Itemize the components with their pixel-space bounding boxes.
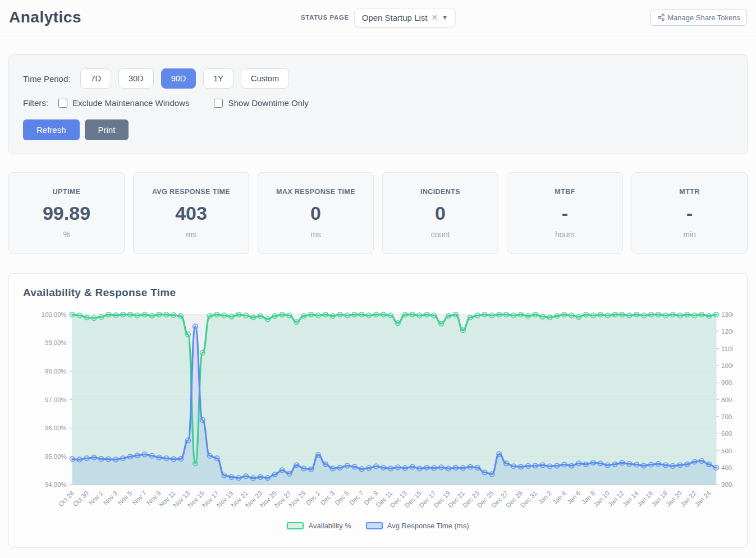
svg-text:100.00%: 100.00% [42,311,67,318]
stat-value: - [507,202,622,224]
svg-text:Dec 5: Dec 5 [333,490,350,506]
svg-text:Jan 12: Jan 12 [607,490,625,508]
stat-card-incidents: INCIDENTS 0 count [382,172,498,254]
stat-value: 0 [258,202,373,224]
status-page-group: STATUS PAGE Open Startup List ✕ ▼ [301,8,455,27]
chevron-down-icon: ▼ [442,14,448,21]
legend-label: Avg Response Time (ms) [387,522,469,530]
exclude-maintenance-checkbox-group: Exclude Maintenance Windows [58,98,189,108]
page-title: Analytics [9,8,81,26]
stat-unit: % [9,230,124,239]
stat-unit: hours [507,230,622,239]
stat-label: MTBF [507,188,622,196]
svg-text:Nov 5: Nov 5 [117,490,134,506]
svg-text:95.00%: 95.00% [45,453,67,460]
svg-text:Jan 20: Jan 20 [665,490,683,508]
time-period-button-90d[interactable]: 90D [161,68,196,89]
svg-text:300.00: 300.00 [721,481,733,488]
svg-text:Jan 16: Jan 16 [636,490,654,508]
svg-text:1000.00: 1000.00 [721,362,733,369]
status-page-label: STATUS PAGE [301,14,349,21]
stat-label: MTTR [632,188,747,196]
svg-text:1300.00: 1300.00 [721,311,733,318]
svg-text:Jan 4: Jan 4 [551,490,567,506]
svg-text:Oct 28: Oct 28 [57,490,75,508]
actions-row: Refresh Print [23,119,733,140]
print-button[interactable]: Print [85,119,129,140]
stat-card-uptime: UPTIME 99.89 % [8,172,125,254]
stat-unit: count [383,230,498,239]
svg-text:900.00: 900.00 [721,379,733,386]
legend-item-response-time[interactable]: Avg Response Time (ms) [366,522,469,530]
stat-value: - [632,202,747,224]
stat-label: INCIDENTS [383,188,498,196]
stat-value: 0 [383,202,498,224]
svg-text:800.00: 800.00 [721,396,733,403]
svg-text:700.00: 700.00 [721,413,733,420]
stat-label: UPTIME [9,188,124,196]
stat-label: MAX RESPONSE TIME [258,188,373,196]
stat-value: 403 [134,202,249,224]
svg-text:500.00: 500.00 [721,448,733,454]
availability-swatch-icon [287,522,304,529]
chart-panel: Availability & Response Time 100.00%99.0… [8,273,748,548]
show-downtime-checkbox[interactable] [214,99,223,108]
stat-card-mtbf: MTBF - hours [507,172,623,254]
show-downtime-checkbox-group: Show Downtime Only [214,98,308,108]
stat-unit: ms [134,230,249,239]
stat-card-avg-response: AVG RESPONSE TIME 403 ms [133,172,249,254]
svg-text:Jan 22: Jan 22 [679,490,698,508]
status-page-select[interactable]: Open Startup List ✕ ▼ [355,8,455,27]
svg-text:Jan 10: Jan 10 [592,490,611,508]
time-period-label: Time Period: [23,74,70,84]
stat-unit: ms [258,230,373,239]
stats-row: UPTIME 99.89 % AVG RESPONSE TIME 403 ms … [8,172,748,254]
svg-text:99.00%: 99.00% [45,339,67,346]
refresh-button[interactable]: Refresh [23,119,80,140]
time-period-button-30d[interactable]: 30D [118,68,154,89]
chart-legend: Availability % Avg Response Time (ms) [23,522,733,530]
svg-text:Dec 1: Dec 1 [305,490,322,506]
stat-card-mttr: MTTR - min [631,172,748,254]
chart-title: Availability & Response Time [23,287,733,299]
svg-text:Dec 3: Dec 3 [319,490,336,506]
svg-text:Jan 24: Jan 24 [694,490,712,508]
stat-card-max-response: MAX RESPONSE TIME 0 ms [258,172,374,254]
svg-text:Dec 7: Dec 7 [348,490,365,506]
svg-text:Jan 6: Jan 6 [566,490,581,505]
stat-unit: min [632,230,747,239]
share-icon [657,13,665,21]
svg-text:98.00%: 98.00% [45,368,67,375]
svg-text:96.00%: 96.00% [45,425,67,431]
manage-share-tokens-label: Manage Share Tokens [667,13,740,22]
svg-text:Dec 31: Dec 31 [519,490,538,509]
stat-label: AVG RESPONSE TIME [134,188,249,196]
time-period-button-custom[interactable]: Custom [241,68,289,89]
exclude-maintenance-checkbox[interactable] [58,99,67,108]
legend-item-availability[interactable]: Availability % [287,522,351,530]
manage-share-tokens-button[interactable]: Manage Share Tokens [650,10,747,26]
legend-label: Availability % [308,522,351,530]
svg-text:Jan 2: Jan 2 [537,490,553,505]
stat-value: 99.89 [9,202,124,224]
chart-canvas[interactable]: 100.00%99.00%98.00%97.00%96.00%95.00%94.… [23,305,733,520]
clear-selection-icon[interactable]: ✕ [431,13,438,22]
availability-response-chart[interactable]: 100.00%99.00%98.00%97.00%96.00%95.00%94.… [23,305,733,520]
filter-panel: Time Period: 7D 30D 90D 1Y Custom Filter… [8,54,748,154]
app-header: Analytics STATUS PAGE Open Startup List … [0,0,756,35]
time-period-row: Time Period: 7D 30D 90D 1Y Custom [23,68,733,89]
svg-text:Jan 18: Jan 18 [650,490,668,508]
show-downtime-label[interactable]: Show Downtime Only [228,98,308,108]
svg-text:Oct 30: Oct 30 [72,490,90,508]
svg-text:400.00: 400.00 [721,464,733,471]
exclude-maintenance-label[interactable]: Exclude Maintenance Windows [72,98,189,108]
svg-text:1200.00: 1200.00 [721,328,733,335]
filters-label: Filters: [23,98,48,108]
filters-row: Filters: Exclude Maintenance Windows Sho… [23,98,733,108]
svg-text:600.00: 600.00 [721,430,733,437]
svg-text:94.00%: 94.00% [45,481,67,488]
svg-text:97.00%: 97.00% [45,396,67,403]
response-time-swatch-icon [366,522,383,529]
time-period-button-7d[interactable]: 7D [80,68,111,89]
time-period-button-1y[interactable]: 1Y [203,68,233,89]
